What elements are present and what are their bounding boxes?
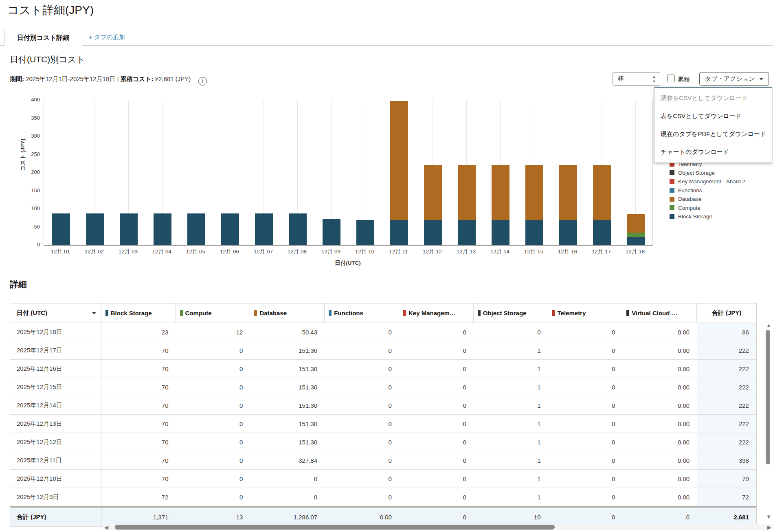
x-tick-label: 12月 06 [211,248,248,255]
value-cell: 0 [399,488,474,506]
bar-segment-block-storage[interactable] [593,220,611,245]
bar-segment-compute[interactable] [627,233,645,237]
scroll-right-icon[interactable]: ▶ [767,525,771,530]
legend-swatch-icon [670,170,674,175]
value-cell: 0 [325,378,399,396]
legend-item[interactable]: Database [670,195,745,204]
column-header[interactable]: Database [250,303,325,323]
vertical-scrollbar-thumb[interactable] [766,330,770,464]
value-cell: 0.00 [622,360,697,378]
value-cell: 0.00 [622,488,697,506]
bar-segment-block-storage[interactable] [458,220,476,245]
value-cell: 0.00 [622,323,697,341]
info-icon[interactable]: i [198,77,207,86]
legend-item[interactable]: Key Management - Shard 2 [670,177,745,186]
value-cell: 151.30 [250,360,325,378]
bar-segment-block-storage[interactable] [492,220,509,245]
add-tab-link[interactable]: + タブの追加 [89,33,125,41]
legend-item[interactable]: Functions [670,186,745,195]
table-row: 2025年12月17日700151.3000100.00222 [10,341,756,360]
bar-segment-database[interactable] [593,165,611,220]
cumulative-checkbox[interactable] [667,75,675,82]
menu-item[interactable]: チャートのダウンロード [654,143,772,161]
x-tick-label: 12月 13 [448,248,485,255]
bar-segment-block-storage[interactable] [559,220,577,245]
column-header[interactable]: Compute [176,303,250,323]
value-cell: 0 [399,451,474,469]
bar-segment-block-storage[interactable] [86,213,104,245]
bar-segment-block-storage[interactable] [120,213,138,245]
value-cell: 70 [101,433,176,451]
value-cell: 0 [474,323,548,341]
column-header[interactable]: Telemetry [548,303,623,323]
column-header[interactable]: Functions [325,303,399,323]
date-cell: 2025年12月11日 [10,451,101,469]
value-cell: 1 [474,433,548,451]
value-cell: 0 [325,323,399,341]
value-cell: 0 [548,323,623,341]
value-cell: 0 [399,396,474,414]
column-marker-icon [403,310,406,316]
bar-segment-block-storage[interactable] [187,213,205,245]
bar-segment-block-storage[interactable] [323,219,340,245]
value-cell: 151.30 [250,378,325,396]
value-cell: 0 [548,451,623,469]
bar-segment-block-storage[interactable] [525,220,543,245]
bar-segment-block-storage[interactable] [221,213,239,245]
menu-item[interactable]: 現在のタブをPDFとしてダウンロード [654,125,772,143]
bar-segment-database[interactable] [492,165,509,220]
bar-segment-database[interactable] [627,214,645,233]
bar-stack [390,101,408,245]
y-tick-label: 150 [15,187,40,193]
bar-segment-block-storage[interactable] [154,213,171,245]
tab-actions-button[interactable]: タブ・アクション [699,72,769,86]
cumulative-cost-label: 累積コスト: [121,75,154,82]
bar-segment-database[interactable] [458,165,476,220]
legend-item[interactable]: Compute [670,204,745,213]
bar-stack [323,219,340,245]
scroll-left-icon[interactable]: ◀ [104,525,108,530]
legend-swatch-icon [670,197,674,202]
cumulative-checkbox-label: 累積 [678,76,690,84]
scroll-down-icon[interactable]: ▼ [766,514,771,519]
column-header[interactable]: Virtual Cloud … [622,303,697,323]
tab-daily-cost-detail[interactable]: 日付別コスト詳細 [4,30,82,46]
chart-type-select[interactable]: 棒 ▲▼ [613,72,660,86]
bar-stack [356,220,374,245]
bar-segment-block-storage[interactable] [627,237,645,245]
bar-segment-block-storage[interactable] [424,220,442,245]
legend-item[interactable]: Object Storage [670,169,745,178]
value-cell: 0 [548,433,623,451]
legend-label: Database [678,196,702,202]
table-header-row: 日付 (UTC)Block StorageComputeDatabaseFunc… [10,303,756,323]
bar-segment-block-storage[interactable] [289,213,307,245]
column-header[interactable]: Object Storage [474,303,548,323]
column-header[interactable]: Key Managem… [399,303,474,323]
table-row: 2025年12月10日700000100.0070 [10,470,756,488]
bar-segment-block-storage[interactable] [356,220,374,245]
column-header[interactable]: 日付 (UTC) [10,303,101,323]
scroll-up-icon[interactable]: ▲ [766,323,771,328]
bar-segment-database[interactable] [525,165,543,220]
legend-swatch-icon [670,214,674,219]
bar-segment-database[interactable] [424,165,442,220]
bar-stack [221,213,239,245]
value-cell: 70 [101,415,176,433]
bar-segment-block-storage[interactable] [390,220,408,245]
bar-segment-block-storage[interactable] [255,213,273,245]
select-spinner-icon[interactable]: ▲▼ [652,74,656,84]
column-header[interactable]: 合計 (JPY) [697,303,756,323]
value-cell: 1 [474,360,548,378]
value-cell: 0.00 [622,470,697,488]
column-marker-icon [329,310,332,316]
bar-segment-database[interactable] [390,101,408,220]
legend-item[interactable]: Block Storage [670,212,745,221]
menu-item[interactable]: 表をCSVとしてダウンロード [654,107,772,125]
bar-segment-block-storage[interactable] [52,213,70,245]
x-tick-label: 12月 17 [583,248,620,255]
total-value-cell: 2,681 [697,508,756,526]
bar-segment-database[interactable] [559,165,577,220]
bar-stack [52,213,70,245]
horizontal-scrollbar-thumb[interactable] [115,525,555,530]
column-header[interactable]: Block Storage [101,303,176,323]
